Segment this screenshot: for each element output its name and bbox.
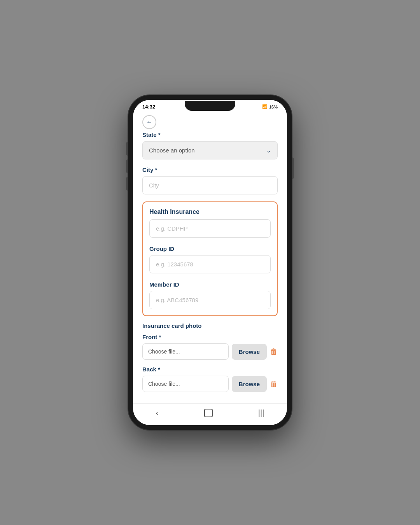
volume-down-button bbox=[126, 177, 128, 191]
back-file-display: Choose file... bbox=[142, 376, 229, 392]
back-arrow-icon: ← bbox=[146, 119, 152, 126]
nav-menu-button[interactable]: ||| bbox=[258, 408, 264, 417]
content-area: ← State * Choose an option ⌄ City * bbox=[133, 111, 287, 403]
back-label: Back * bbox=[142, 366, 278, 373]
back-upload-row: Choose file... Browse 🗑 bbox=[142, 376, 278, 392]
phone-frame: 14:32 📶 16% ← State * Choose an bbox=[128, 95, 292, 430]
nav-back-button[interactable]: ‹ bbox=[156, 408, 159, 417]
city-input[interactable] bbox=[142, 176, 278, 194]
health-insurance-input[interactable] bbox=[149, 219, 271, 238]
back-button[interactable]: ← bbox=[142, 115, 156, 129]
nav-home-button[interactable] bbox=[204, 409, 213, 417]
back-browse-button[interactable]: Browse bbox=[232, 376, 267, 392]
phone-screen: 14:32 📶 16% ← State * Choose an bbox=[133, 100, 287, 425]
front-label: Front * bbox=[142, 334, 278, 340]
front-browse-button[interactable]: Browse bbox=[232, 344, 267, 360]
back-delete-icon[interactable]: 🗑 bbox=[270, 380, 278, 388]
member-id-input[interactable] bbox=[149, 291, 271, 309]
state-section: State * Choose an option ⌄ bbox=[142, 131, 278, 159]
top-bar: ← bbox=[142, 111, 278, 131]
state-placeholder-text: Choose an option bbox=[149, 147, 195, 154]
front-upload-row: Choose file... Browse 🗑 bbox=[142, 343, 278, 360]
chevron-down-icon: ⌄ bbox=[266, 147, 271, 154]
signal-icon: 📶 bbox=[262, 104, 268, 109]
battery-text: 16% bbox=[269, 105, 278, 109]
member-id-label: Member ID bbox=[149, 281, 271, 288]
front-delete-icon[interactable]: 🗑 bbox=[270, 347, 278, 356]
health-insurance-section: Health Insurance Group ID Member ID bbox=[142, 201, 278, 316]
group-id-label: Group ID bbox=[149, 245, 271, 252]
status-time: 14:32 bbox=[142, 104, 155, 110]
volume-up-button bbox=[126, 159, 128, 173]
state-dropdown[interactable]: Choose an option ⌄ bbox=[142, 141, 278, 159]
insurance-card-section: Insurance card photo Front * Choose file… bbox=[142, 322, 278, 392]
health-insurance-title: Health Insurance bbox=[149, 208, 271, 215]
state-label: State * bbox=[142, 131, 278, 138]
front-file-display: Choose file... bbox=[142, 343, 229, 360]
city-section: City * bbox=[142, 166, 278, 201]
status-icons: 📶 16% bbox=[262, 104, 278, 109]
group-id-input[interactable] bbox=[149, 255, 271, 273]
city-label: City * bbox=[142, 166, 278, 173]
insurance-card-title: Insurance card photo bbox=[142, 322, 278, 329]
bottom-nav: ‹ ||| bbox=[133, 403, 287, 425]
notch bbox=[185, 101, 235, 111]
